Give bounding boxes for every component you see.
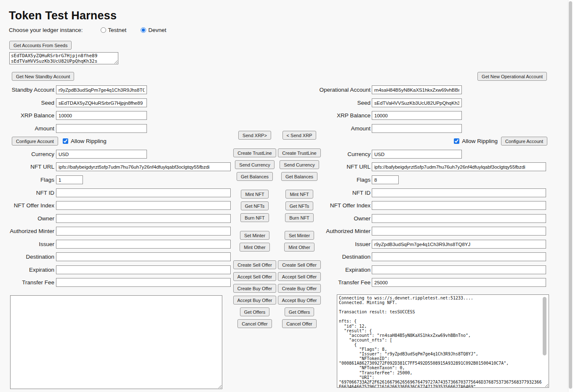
operational-create-buy-offer-button[interactable]: Create Buy Offer <box>278 284 321 293</box>
operational-actions-column: < Send XRP Create TrustLine Send Currenc… <box>274 131 325 328</box>
operational-allow-rippling-option[interactable]: Allow Rippling <box>454 138 498 144</box>
operational-send-currency-button[interactable]: Send Currency <box>280 160 319 169</box>
operational-expiration-label: Expiration <box>319 265 372 274</box>
standby-xrp-balance-field[interactable] <box>56 111 147 120</box>
standby-get-offers-button[interactable]: Get Offers <box>240 307 270 316</box>
standby-amount-field[interactable] <box>56 124 147 133</box>
operational-expiration-field[interactable] <box>372 265 546 274</box>
operational-get-balances-button[interactable]: Get Balances <box>281 172 317 181</box>
window-scrollbar-thumb[interactable] <box>569 1 572 389</box>
operational-mint-other-button[interactable]: Mint Other <box>284 243 314 252</box>
standby-issuer-label: Issuer <box>0 240 56 249</box>
standby-accept-sell-offer-button[interactable]: Accept Sell Offer <box>233 272 276 281</box>
operational-xrp-balance-field[interactable] <box>372 111 462 120</box>
radio-option-devnet[interactable]: Devnet <box>141 27 166 33</box>
operational-seed-field[interactable] <box>372 98 462 107</box>
standby-destination-field[interactable] <box>56 252 231 261</box>
standby-seed-label: Seed <box>0 98 56 107</box>
seeds-textarea[interactable]: sEdTDAX5yZQHuRSrbrG7Hjpjn8fhe89 sEdTVaHV… <box>9 52 118 64</box>
standby-seed-field[interactable] <box>56 98 147 107</box>
operational-mint-nft-button[interactable]: Mint NFT <box>285 190 313 199</box>
operational-nft-offer-index-field[interactable] <box>372 201 546 210</box>
standby-set-minter-button[interactable]: Set Minter <box>240 231 269 240</box>
get-new-operational-account-button[interactable]: Get New Operational Account <box>477 72 547 81</box>
operational-account-label: Operational Account <box>319 85 372 94</box>
operational-burn-nft-button[interactable]: Burn NFT <box>285 213 314 222</box>
operational-authorized-minter-label: Authorized Minter <box>319 227 372 236</box>
devnet-radio[interactable] <box>141 27 146 33</box>
operational-create-trustline-button[interactable]: Create TrustLine <box>278 148 320 157</box>
testnet-radio[interactable] <box>101 27 106 33</box>
standby-currency-label: Currency <box>0 150 56 159</box>
testnet-radio-label: Testnet <box>108 27 127 33</box>
operational-owner-field[interactable] <box>372 214 546 223</box>
standby-create-trustline-button[interactable]: Create TrustLine <box>233 148 276 157</box>
standby-create-buy-offer-button[interactable]: Create Buy Offer <box>233 284 276 293</box>
standby-allow-rippling-option[interactable]: Allow Rippling <box>63 138 107 144</box>
standby-cancel-offer-button[interactable]: Cancel Offer <box>237 319 272 328</box>
standby-destination-label: Destination <box>0 252 56 261</box>
operational-accept-buy-offer-button[interactable]: Accept Buy Offer <box>278 296 321 305</box>
standby-amount-label: Amount <box>0 124 56 133</box>
operational-results-textarea[interactable]: Connecting to wss://s.devnet.rippletest.… <box>337 294 549 388</box>
standby-nft-offer-index-field[interactable] <box>56 201 231 210</box>
standby-mint-other-button[interactable]: Mint Other <box>240 243 269 252</box>
operational-cancel-offer-button[interactable]: Cancel Offer <box>282 319 317 328</box>
standby-burn-nft-button[interactable]: Burn NFT <box>240 213 269 222</box>
operational-currency-field[interactable] <box>372 150 462 159</box>
operational-transfer-fee-field[interactable] <box>372 278 546 287</box>
operational-create-sell-offer-button[interactable]: Create Sell Offer <box>278 260 321 269</box>
standby-currency-field[interactable] <box>56 150 147 159</box>
operational-get-nfts-button[interactable]: Get NFTs <box>285 201 313 210</box>
operational-configure-account-button[interactable]: Configure Account <box>501 137 547 146</box>
operational-allow-rippling-checkbox[interactable] <box>454 138 459 144</box>
radio-option-testnet[interactable]: Testnet <box>101 27 127 33</box>
get-accounts-from-seeds-button[interactable]: Get Accounts From Seeds <box>9 41 72 50</box>
standby-nft-url-field[interactable] <box>56 162 231 171</box>
standby-account-field[interactable] <box>56 85 147 94</box>
operational-send-xrp-button[interactable]: < Send XRP <box>283 131 317 140</box>
standby-get-balances-button[interactable]: Get Balances <box>237 172 273 181</box>
standby-get-nfts-button[interactable]: Get NFTs <box>241 201 269 210</box>
standby-configure-account-button[interactable]: Configure Account <box>12 137 58 146</box>
standby-create-sell-offer-button[interactable]: Create Sell Offer <box>233 260 276 269</box>
operational-results-panel: Connecting to wss://s.devnet.rippletest.… <box>337 294 549 388</box>
standby-expiration-field[interactable] <box>56 265 231 274</box>
operational-set-minter-button[interactable]: Set Minter <box>285 231 314 240</box>
standby-actions-column: Send XRP> Create TrustLine Send Currency… <box>229 131 280 328</box>
operational-account-field[interactable] <box>372 85 462 94</box>
standby-account-label: Standby Account <box>0 85 56 94</box>
operational-issuer-label: Issuer <box>319 240 372 249</box>
operational-destination-field[interactable] <box>372 252 546 261</box>
results-scrollbar-thumb[interactable] <box>543 297 546 355</box>
standby-nft-offer-index-label: NFT Offer Index <box>0 201 56 210</box>
operational-nft-id-field[interactable] <box>372 188 546 197</box>
standby-authorized-minter-label: Authorized Minter <box>0 227 56 236</box>
standby-authorized-minter-field[interactable] <box>56 227 231 236</box>
standby-send-xrp-button[interactable]: Send XRP> <box>238 131 271 140</box>
operational-amount-field[interactable] <box>372 124 462 133</box>
standby-accept-buy-offer-button[interactable]: Accept Buy Offer <box>233 296 277 305</box>
standby-allow-rippling-checkbox[interactable] <box>63 138 68 144</box>
standby-transfer-fee-field[interactable] <box>56 278 231 287</box>
standby-nft-url-label: NFT URL <box>0 162 56 171</box>
operational-issuer-field[interactable] <box>372 240 546 249</box>
standby-results-textarea[interactable] <box>10 295 222 389</box>
operational-flags-field[interactable] <box>372 175 399 184</box>
operational-seed-label: Seed <box>319 98 372 107</box>
operational-destination-label: Destination <box>319 252 372 261</box>
get-new-standby-account-button[interactable]: Get New Standby Account <box>12 72 74 81</box>
standby-issuer-field[interactable] <box>56 240 231 249</box>
standby-flags-field[interactable] <box>56 175 83 184</box>
page-title: Token Test Harness <box>9 9 117 22</box>
standby-send-currency-button[interactable]: Send Currency <box>235 160 274 169</box>
standby-nft-id-field[interactable] <box>56 188 231 197</box>
operational-nft-offer-index-label: NFT Offer Index <box>319 201 372 210</box>
operational-nft-url-field[interactable] <box>372 162 546 171</box>
standby-owner-field[interactable] <box>56 214 231 223</box>
standby-mint-nft-button[interactable]: Mint NFT <box>241 190 268 199</box>
window-scrollbar-track[interactable] <box>568 0 573 392</box>
operational-get-offers-button[interactable]: Get Offers <box>285 307 314 316</box>
operational-accept-sell-offer-button[interactable]: Accept Sell Offer <box>278 272 321 281</box>
operational-authorized-minter-field[interactable] <box>372 227 546 236</box>
